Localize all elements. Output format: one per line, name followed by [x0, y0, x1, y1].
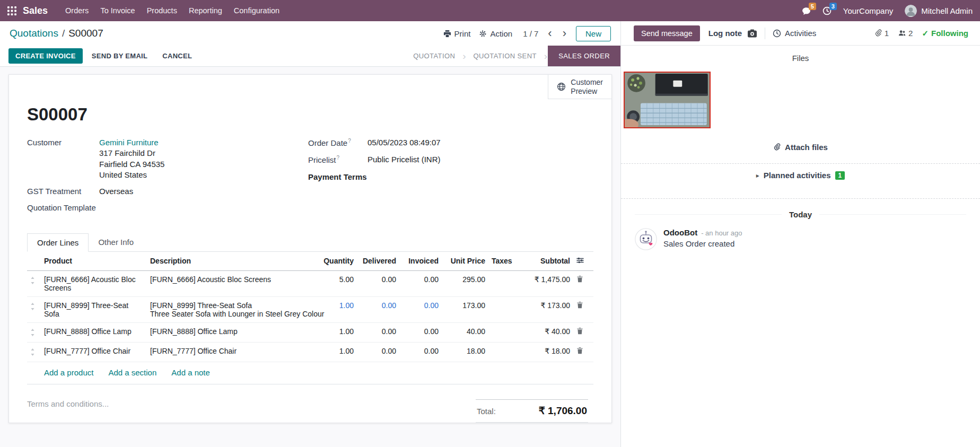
column-taxes[interactable]: Taxes	[488, 252, 515, 271]
delete-line-button[interactable]	[576, 347, 583, 354]
cell-invoiced[interactable]: 0.00	[399, 322, 442, 342]
tab-other-info[interactable]: Other Info	[89, 233, 143, 252]
cell-product[interactable]: [FURN_6666] Acoustic Bloc Screens	[41, 270, 147, 296]
cancel-button[interactable]: CANCEL	[156, 48, 198, 64]
attachment-thumbnail[interactable]	[624, 72, 711, 128]
following-button[interactable]: ✓ Following	[922, 29, 968, 38]
cell-taxes[interactable]	[488, 322, 515, 342]
column-invoiced[interactable]: Invoiced	[399, 252, 442, 271]
cell-delivered[interactable]: 0.00	[357, 270, 399, 296]
menu-configuration[interactable]: Configuration	[228, 1, 285, 20]
menu-orders[interactable]: Orders	[59, 1, 94, 20]
order-line-row[interactable]: [FURN_6666] Acoustic Bloc Screens [FURN_…	[27, 270, 593, 296]
cell-description[interactable]: [FURN_8888] Office Lamp	[147, 322, 314, 342]
drag-handle-icon[interactable]	[30, 329, 35, 336]
menu-reporting[interactable]: Reporting	[183, 1, 228, 20]
cell-description[interactable]: [FURN_7777] Office Chair	[147, 342, 314, 362]
cell-description[interactable]: [FURN_6666] Acoustic Bloc Screens	[147, 270, 314, 296]
customer-link[interactable]: Gemini Furniture	[99, 138, 159, 147]
add-section-link[interactable]: Add a section	[108, 368, 156, 377]
cell-description[interactable]: [FURN_8999] Three-Seat SofaThree Seater …	[147, 296, 314, 322]
order-line-row[interactable]: [FURN_8888] Office Lamp [FURN_8888] Offi…	[27, 322, 593, 342]
column-product[interactable]: Product	[41, 252, 147, 271]
followers-counter[interactable]: 2	[898, 29, 913, 38]
activity-count-badge: 3	[829, 3, 837, 10]
cell-taxes[interactable]	[488, 296, 515, 322]
cell-quantity[interactable]: 1.00	[314, 342, 357, 362]
status-quotation-sent[interactable]: QUOTATION SENT	[467, 46, 544, 66]
messages-button[interactable]: 5	[802, 6, 811, 15]
column-delivered[interactable]: Delivered	[357, 252, 399, 271]
delete-line-button[interactable]	[576, 327, 583, 335]
add-product-link[interactable]: Add a product	[44, 368, 93, 377]
user-menu[interactable]: Mitchell Admin	[905, 5, 973, 17]
activities-button[interactable]: Activities	[773, 29, 816, 38]
control-panel: Quotations / S00007 Print Action 1 /	[0, 21, 620, 46]
planned-activities-toggle[interactable]: ▸ Planned activities 1	[621, 171, 980, 180]
column-subtotal[interactable]: Subtotal	[515, 252, 573, 271]
cell-taxes[interactable]	[488, 342, 515, 362]
globe-icon	[557, 82, 566, 91]
order-line-row[interactable]: [FURN_8999] Three-Seat Sofa [FURN_8999] …	[27, 296, 593, 322]
cell-unit-price[interactable]: 18.00	[442, 342, 488, 362]
drag-handle-icon[interactable]	[30, 303, 35, 310]
column-quantity[interactable]: Quantity	[314, 252, 357, 271]
cell-quantity[interactable]: 1.00	[314, 322, 357, 342]
cell-unit-price[interactable]: 295.00	[442, 270, 488, 296]
new-button[interactable]: New	[576, 26, 611, 41]
cell-delivered[interactable]: 0.00	[357, 296, 399, 322]
column-description[interactable]: Description	[147, 252, 314, 271]
cell-unit-price[interactable]: 40.00	[442, 322, 488, 342]
pager-previous-button[interactable]: ‹	[547, 29, 553, 38]
paperclip-icon	[874, 29, 882, 37]
pager-next-button[interactable]: ›	[562, 29, 567, 38]
cell-taxes[interactable]	[488, 270, 515, 296]
attach-files-button[interactable]: Attach files	[773, 143, 828, 152]
tab-order-lines[interactable]: Order Lines	[27, 233, 89, 252]
company-switcher[interactable]: YourCompany	[843, 6, 894, 15]
drag-handle-icon[interactable]	[30, 348, 35, 356]
action-button[interactable]: Action	[479, 29, 512, 38]
cell-invoiced[interactable]: 0.00	[399, 342, 442, 362]
message-author[interactable]: OdooBot	[663, 228, 697, 237]
drag-handle-icon[interactable]	[30, 277, 35, 284]
cell-invoiced[interactable]: 0.00	[399, 296, 442, 322]
cell-product[interactable]: [FURN_7777] Office Chair	[41, 342, 147, 362]
optional-columns-button[interactable]	[576, 257, 584, 264]
delete-line-button[interactable]	[576, 301, 583, 309]
menu-to-invoice[interactable]: To Invoice	[94, 1, 141, 20]
chatter-message[interactable]: OdooBot - an hour ago Sales Order create…	[621, 228, 980, 250]
menu-products[interactable]: Products	[141, 1, 183, 20]
cell-quantity[interactable]: 5.00	[314, 270, 357, 296]
status-quotation[interactable]: QUOTATION	[406, 46, 462, 66]
cell-delivered[interactable]: 0.00	[357, 322, 399, 342]
status-sales-order[interactable]: SALES ORDER	[548, 46, 620, 66]
create-invoice-button[interactable]: CREATE INVOICE	[8, 48, 83, 64]
attachments-counter[interactable]: 1	[874, 29, 889, 38]
cell-product[interactable]: [FURN_8999] Three-Seat Sofa	[41, 296, 147, 322]
add-note-link[interactable]: Add a note	[171, 368, 210, 377]
cell-product[interactable]: [FURN_8888] Office Lamp	[41, 322, 147, 342]
section-divider	[621, 163, 980, 164]
camera-button[interactable]	[747, 29, 757, 38]
order-date-value[interactable]: 05/05/2023 08:49:07	[368, 137, 441, 148]
cell-invoiced[interactable]: 0.00	[399, 270, 442, 296]
cell-delivered[interactable]: 0.00	[357, 342, 399, 362]
pricelist-value[interactable]: Public Pricelist (INR)	[368, 154, 441, 165]
cell-unit-price[interactable]: 173.00	[442, 296, 488, 322]
customer-preview-button[interactable]: Customer Preview	[548, 75, 611, 99]
apps-menu-button[interactable]	[7, 6, 16, 15]
log-note-button[interactable]: Log note	[708, 29, 742, 38]
send-message-button[interactable]: Send message	[634, 25, 700, 41]
activity-systray-button[interactable]: 3	[822, 6, 832, 15]
terms-and-conditions-field[interactable]: Terms and conditions...	[27, 399, 109, 408]
delete-line-button[interactable]	[576, 275, 583, 283]
print-button[interactable]: Print	[443, 29, 471, 38]
send-by-email-button[interactable]: SEND BY EMAIL	[86, 48, 154, 64]
breadcrumb-quotations-link[interactable]: Quotations	[10, 28, 58, 39]
order-line-row[interactable]: [FURN_7777] Office Chair [FURN_7777] Off…	[27, 342, 593, 362]
gst-treatment-value[interactable]: Overseas	[99, 186, 133, 197]
app-name[interactable]: Sales	[23, 5, 48, 16]
column-unit-price[interactable]: Unit Price	[442, 252, 488, 271]
record-title[interactable]: S00007	[27, 104, 593, 125]
